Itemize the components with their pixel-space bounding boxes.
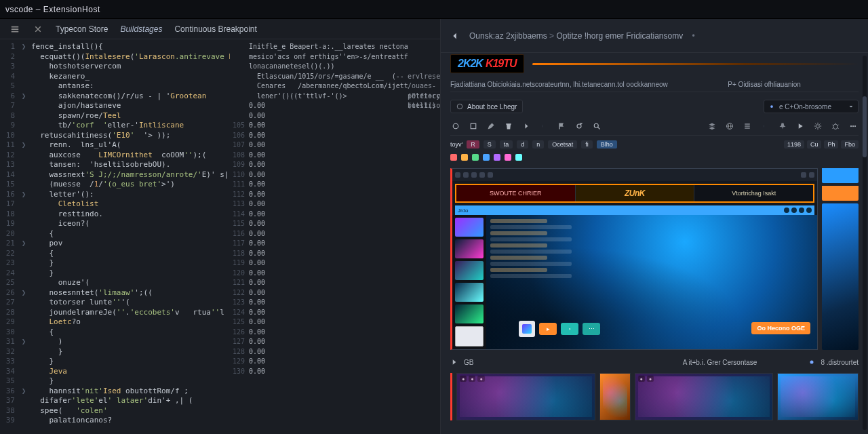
- banner-cell-label[interactable]: SWOUTE CHRIER: [490, 190, 542, 197]
- back-icon[interactable]: [449, 30, 461, 42]
- editor-tab-bar: Typecon Store Buildstages Continuous Bre…: [0, 19, 440, 39]
- play-icon[interactable]: [795, 121, 806, 132]
- chip[interactable]: n: [532, 140, 544, 149]
- color-dot[interactable]: [483, 154, 490, 161]
- bug-icon[interactable]: [830, 121, 841, 132]
- chevron-right-icon[interactable]: [521, 121, 532, 132]
- color-dot[interactable]: [450, 154, 457, 161]
- right-rail-tab[interactable]: [822, 168, 859, 183]
- square-icon[interactable]: [468, 121, 479, 132]
- gallery-card[interactable]: [599, 373, 631, 420]
- right-rail-image[interactable]: [822, 203, 859, 350]
- color-dot[interactable]: [515, 154, 522, 161]
- icon-row: [450, 152, 859, 163]
- caret-icon[interactable]: [450, 358, 458, 366]
- color-dot[interactable]: [505, 154, 511, 161]
- svg-point-10: [850, 125, 852, 126]
- gallery-card[interactable]: ●●●: [456, 373, 595, 420]
- topbar-dot[interactable]: [479, 172, 485, 178]
- more-icon[interactable]: [848, 121, 859, 132]
- chip[interactable]: ta: [500, 140, 513, 149]
- tab-store[interactable]: Typecon Store: [56, 24, 108, 34]
- nav-dot[interactable]: [806, 208, 812, 213]
- right-chips: 1198 Cu Ph Fbo: [784, 140, 859, 149]
- layers-icon[interactable]: [707, 121, 717, 132]
- site-hero[interactable]: ▸ ◦ ⋯ Oo Hecono OGE: [486, 215, 817, 349]
- search-label: e C+On-brosome: [779, 103, 831, 111]
- thumbnail[interactable]: [455, 283, 484, 302]
- rchip[interactable]: Cu: [807, 140, 822, 149]
- gear-icon[interactable]: [812, 121, 823, 132]
- topbar-dot[interactable]: [463, 172, 469, 178]
- brand-logo-2k: 2K2K: [458, 58, 483, 70]
- thumbnail[interactable]: [455, 239, 484, 258]
- topbar-dot[interactable]: [471, 172, 477, 178]
- topbar-dot[interactable]: [801, 172, 806, 178]
- site-topbar: [452, 169, 817, 181]
- category-row: toyv' R S ta d n Ocetsat fi Blho 1198 Cu…: [450, 138, 859, 151]
- code-area[interactable]: fence_install(){ ecquatt()(Intalesere('L…: [28, 39, 230, 434]
- topbar-dot[interactable]: [455, 172, 460, 178]
- pin-icon[interactable]: [777, 121, 788, 132]
- topbar-dot[interactable]: [809, 172, 814, 178]
- circle-icon[interactable]: [450, 121, 461, 132]
- refresh-icon[interactable]: [574, 121, 585, 132]
- list-icon[interactable]: [742, 121, 753, 132]
- chip[interactable]: S: [484, 140, 496, 149]
- editor-body[interactable]: 1234567891011121314151617181920212223242…: [0, 39, 440, 434]
- panel-name-label: About bce Lhegr: [467, 103, 517, 111]
- thumbnail[interactable]: [455, 304, 484, 323]
- tab-breakpoint[interactable]: Continuous Breakpoint: [174, 24, 256, 34]
- topbar-dot[interactable]: [488, 172, 493, 178]
- nav-dot[interactable]: [784, 208, 789, 213]
- trash-icon[interactable]: [503, 121, 514, 132]
- breadcrumb-left[interactable]: Ounsk:az 2xjibbaems: [469, 31, 547, 41]
- color-dot[interactable]: [461, 154, 468, 161]
- search-icon[interactable]: [591, 121, 602, 132]
- pen-icon[interactable]: [486, 121, 496, 132]
- right-rail-tab[interactable]: [822, 186, 859, 201]
- brand-logo[interactable]: 2K2K K19TU: [450, 54, 524, 73]
- gallery-card[interactable]: ●●: [635, 373, 774, 420]
- banner-logo[interactable]: ZUnK: [625, 189, 645, 198]
- hero-card[interactable]: [519, 321, 535, 337]
- menu-icon[interactable]: [9, 24, 20, 35]
- search-field[interactable]: e C+On-brosome: [764, 100, 859, 113]
- panel-name-pill[interactable]: About bce Lhegr: [450, 100, 523, 113]
- scrollbar-thumb[interactable]: [863, 96, 867, 157]
- rchip[interactable]: 1198: [784, 140, 804, 149]
- thumbnail[interactable]: [455, 261, 484, 280]
- chip[interactable]: d: [517, 140, 528, 149]
- hero-btn-teal[interactable]: ◦: [561, 323, 578, 335]
- globe-icon[interactable]: [724, 121, 735, 132]
- thumbnail[interactable]: [455, 218, 484, 237]
- chip[interactable]: Blho: [597, 140, 617, 149]
- color-dot[interactable]: [494, 154, 500, 161]
- site-nav-label[interactable]: Jrdo: [458, 208, 469, 214]
- nav-dot[interactable]: [791, 208, 797, 213]
- hero-btn-teal2[interactable]: ⋯: [583, 323, 600, 335]
- window-titlebar: vscode – ExtensionHost: [0, 0, 868, 19]
- preview-scrollbar[interactable]: [863, 56, 867, 430]
- nav-dot[interactable]: [799, 208, 804, 213]
- preview-toolbar: [450, 119, 859, 136]
- tab-buildstages[interactable]: Buildstages: [120, 24, 162, 34]
- thumbnail[interactable]: [455, 326, 484, 347]
- site-main[interactable]: SWOUTE CHRIER ZUnK Vtortrichag Isakt Jrd…: [450, 168, 818, 350]
- chip[interactable]: fi: [581, 140, 593, 149]
- x-icon[interactable]: [33, 24, 43, 35]
- flag-icon[interactable]: [556, 121, 567, 132]
- color-dot[interactable]: [472, 154, 479, 161]
- chip[interactable]: R: [467, 140, 479, 149]
- rchip[interactable]: Ph: [824, 140, 838, 149]
- svg-point-5: [594, 123, 598, 127]
- gallery-card[interactable]: [777, 373, 859, 420]
- banner-right-label[interactable]: Vtortrichag Isakt: [732, 190, 776, 197]
- breadcrumb-right[interactable]: Optitze !horg emer Fridicatiansomv: [556, 31, 683, 41]
- svg-point-0: [457, 104, 462, 109]
- chip[interactable]: Ocetsat: [548, 140, 577, 149]
- hero-btn-orange[interactable]: ▸: [539, 323, 557, 335]
- hero-cta-button[interactable]: Oo Hecono OGE: [751, 322, 810, 334]
- rchip[interactable]: Fbo: [841, 140, 859, 149]
- svg-point-2: [453, 123, 458, 129]
